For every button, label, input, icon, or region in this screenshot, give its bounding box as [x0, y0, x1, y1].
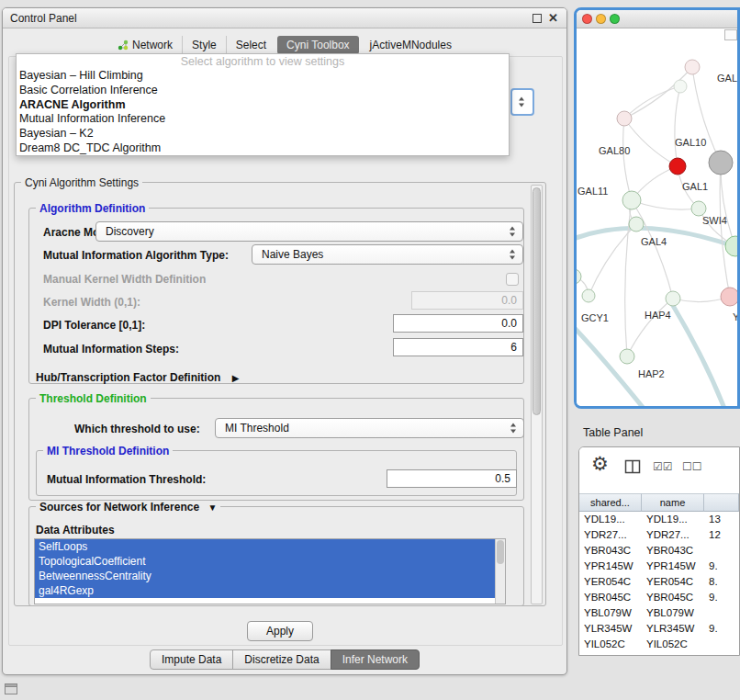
table-cell: YDR27... [579, 527, 642, 543]
sources-toggle[interactable]: Sources for Network Inference ▼ [36, 501, 220, 514]
network-edge[interactable] [632, 200, 673, 299]
network-node[interactable] [709, 151, 733, 175]
attribute-list-item[interactable]: SelfLoops [35, 539, 495, 554]
network-node[interactable] [725, 236, 737, 256]
float-icon[interactable] [533, 14, 542, 23]
column-selector-icon[interactable] [624, 459, 641, 474]
network-edge[interactable] [589, 224, 636, 296]
apply-button[interactable]: Apply [247, 621, 313, 641]
threshold-select-combobox[interactable]: MI Threshold [215, 418, 524, 438]
hub-definition-label: Hub/Transcription Factor Definition [36, 371, 220, 384]
table-row[interactable]: YBR043CYBR043C [579, 543, 739, 559]
attribute-list-item[interactable]: BetweennessCentrality [35, 569, 495, 583]
deselect-all-icon[interactable]: ☐☐ [682, 460, 702, 473]
mi-steps-field[interactable]: 6 [393, 338, 523, 356]
algorithm-definition-title: Algorithm Definition [36, 202, 149, 215]
network-node[interactable] [617, 111, 632, 126]
attribute-list-scrollbar[interactable] [495, 539, 505, 604]
attribute-list-item[interactable]: gal4RGexp [35, 583, 495, 598]
network-node[interactable] [721, 288, 737, 306]
close-icon[interactable]: ✕ [548, 11, 558, 25]
table-cell: YBR043C [642, 543, 704, 559]
bottom-tab-infer-network[interactable]: Infer Network [331, 649, 420, 670]
network-graph: GAL80GAL10GAL11GAL1SWI4GAL4GCY1HAP4HAP2G… [577, 28, 737, 406]
threshold-definition-title: Threshold Definition [36, 392, 151, 405]
table-row[interactable]: YER054CYER054C8. [579, 574, 739, 590]
network-node[interactable] [622, 191, 641, 209]
settings-scrollbar[interactable] [531, 185, 543, 604]
bottom-tab-discretize-data[interactable]: Discretize Data [232, 649, 331, 670]
network-node[interactable] [666, 291, 680, 306]
settings-gear-icon[interactable]: ⚙ [591, 453, 609, 475]
network-edge-thick[interactable] [577, 324, 645, 406]
table-row[interactable]: YIL052CYIL052C [579, 637, 739, 652]
network-edge[interactable] [675, 86, 680, 166]
dpi-tolerance-field[interactable]: 0.0 [393, 314, 523, 333]
table-row[interactable]: YDR27...YDR27...12 [579, 527, 739, 543]
table-row[interactable]: YLR345WYLR345W9. [579, 621, 739, 637]
tab-label: Select [236, 39, 266, 51]
network-edge-thick[interactable] [672, 304, 725, 406]
mi-threshold-field[interactable]: 0.5 [387, 469, 517, 488]
attribute-list-item[interactable]: TopologicalCoefficient [35, 554, 495, 569]
table-cell: YPR145W [579, 559, 642, 574]
network-edge[interactable] [627, 299, 673, 356]
network-node[interactable] [582, 289, 595, 302]
network-node[interactable] [669, 158, 686, 175]
network-node[interactable] [620, 349, 634, 364]
network-node[interactable] [685, 60, 700, 74]
algorithm-option[interactable]: Dream8 DC_TDC Algorithm [17, 141, 509, 156]
table-cell [704, 543, 739, 559]
algorithm-popup-list: Bayesian – Hill ClimbingBasic Correlatio… [17, 69, 509, 156]
tab-jactivemnodules[interactable]: jActiveMNodules [361, 36, 461, 54]
close-traffic-light-icon[interactable] [582, 14, 592, 24]
algorithm-placeholder: Select algorithm to view settings [17, 55, 509, 69]
hub-definition-toggle[interactable]: Hub/Transcription Factor Definition ▶ [36, 368, 240, 383]
tab-cyni-toolbox[interactable]: Cyni Toolbox [277, 36, 358, 54]
algorithm-option[interactable]: Basic Correlation Inference [17, 84, 509, 98]
tab-select[interactable]: Select [226, 36, 275, 54]
table-row[interactable]: YDL19...YDL19...13 [579, 512, 739, 527]
select-all-icon[interactable]: ☑☑ [653, 460, 673, 473]
network-edge[interactable] [624, 119, 678, 166]
table-cell: 12 [704, 527, 739, 543]
table-row[interactable]: YPR145WYPR145W9. [579, 559, 739, 574]
node-label: GAL11 [577, 186, 608, 197]
combo-arrows-icon [510, 423, 517, 434]
column-header[interactable] [704, 493, 739, 512]
network-node[interactable] [691, 201, 706, 216]
table-cell: YLR345W [579, 621, 642, 637]
network-edge[interactable] [721, 163, 735, 246]
data-attributes-label: Data Attributes [36, 524, 115, 536]
node-label: Y [733, 311, 737, 322]
aracne-mode-combobox[interactable]: Discovery [95, 221, 523, 242]
tab-style[interactable]: Style [182, 36, 226, 54]
combo-arrows-icon [510, 227, 516, 237]
network-edge[interactable] [623, 119, 632, 200]
mi-type-combobox[interactable]: Naive Bayes [252, 244, 523, 265]
attribute-list: SelfLoopsTopologicalCoefficientBetweenne… [34, 538, 506, 604]
algorithm-option[interactable]: Bayesian – K2 [17, 127, 509, 141]
bottom-tab-impute-data[interactable]: Impute Data [150, 649, 233, 670]
network-node[interactable] [629, 217, 644, 231]
minimized-window-icon[interactable] [5, 683, 17, 694]
network-node[interactable] [674, 80, 687, 93]
table-row[interactable]: YBR045CYBR045C9. [579, 590, 739, 605]
network-edge[interactable] [632, 200, 699, 209]
column-header[interactable]: shared... [579, 493, 642, 512]
network-node[interactable] [577, 269, 581, 284]
algorithm-option[interactable]: ARACNE Algorithm [17, 98, 509, 113]
minimize-traffic-light-icon[interactable] [596, 14, 606, 24]
table-row[interactable]: YBL079WYBL079W [579, 605, 739, 621]
algorithm-option[interactable]: Mutual Information Inference [17, 112, 509, 127]
sources-title: Sources for Network Inference [39, 501, 199, 514]
network-canvas[interactable]: GAL80GAL10GAL11GAL1SWI4GAL4GCY1HAP4HAP2G… [577, 28, 737, 406]
algorithm-combobox-spinner[interactable] [510, 88, 534, 116]
table-cell: YBL079W [579, 605, 642, 621]
column-header[interactable]: name [642, 493, 704, 512]
zoom-traffic-light-icon[interactable] [610, 14, 620, 24]
tab-network[interactable]: Network [108, 36, 182, 54]
node-label: GAL [717, 73, 737, 84]
algorithm-option[interactable]: Bayesian – Hill Climbing [17, 69, 509, 84]
scrollbar-thumb[interactable] [533, 187, 541, 415]
